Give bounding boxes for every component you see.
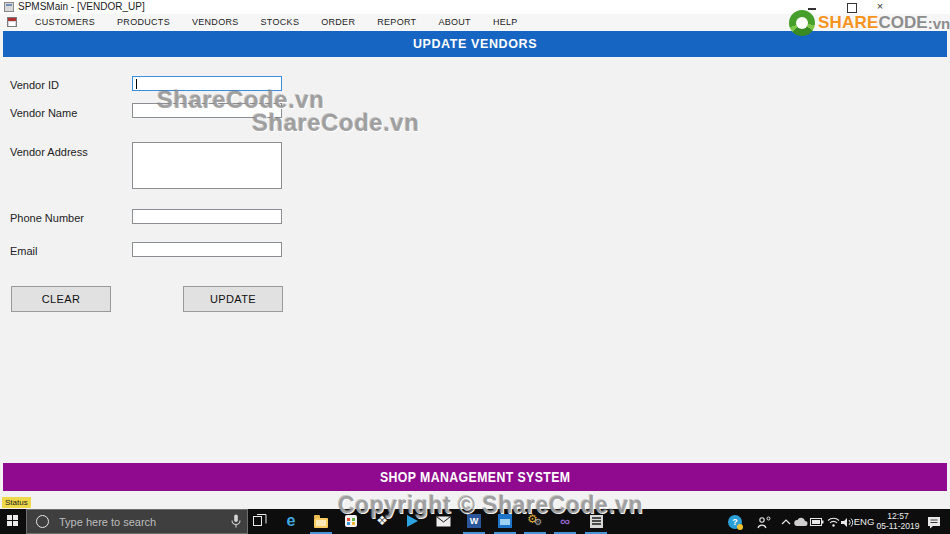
text-caret xyxy=(136,79,137,89)
vendor-address-input[interactable] xyxy=(132,142,282,189)
gears-app-icon[interactable]: ⚙⚙ xyxy=(527,513,543,529)
task-view-icon[interactable] xyxy=(252,513,268,529)
logo-vn-text: :vn xyxy=(928,15,950,32)
menu-vendors[interactable]: VENDORS xyxy=(181,14,250,31)
dropbox-icon[interactable]: ❖ xyxy=(374,513,390,529)
search-placeholder: Type here to search xyxy=(59,510,156,534)
onedrive-cloud-icon[interactable] xyxy=(792,514,808,530)
menu-stocks[interactable]: STOCKS xyxy=(250,14,311,31)
form-client-area: UPDATE VENDORS Vendor ID Vendor Name Ven… xyxy=(0,31,950,509)
vendor-id-label: Vendor ID xyxy=(10,79,59,91)
phone-number-input[interactable] xyxy=(132,209,282,224)
taskbar: Type here to search e ❖ W ⚙⚙ ∞ ? ENG xyxy=(0,509,950,534)
action-center-icon[interactable] xyxy=(926,514,942,530)
language-indicator[interactable]: ENG xyxy=(851,509,877,534)
menu-about[interactable]: ABOUT xyxy=(427,14,482,31)
email-label: Email xyxy=(10,245,38,257)
mail-icon[interactable] xyxy=(435,513,451,529)
email-input[interactable] xyxy=(132,242,282,257)
file-explorer-icon[interactable] xyxy=(313,513,329,529)
vendor-id-input[interactable] xyxy=(132,76,282,91)
menu-help[interactable]: HELP xyxy=(482,14,529,31)
start-button[interactable] xyxy=(0,509,26,534)
battery-icon[interactable] xyxy=(809,514,825,530)
sharecode-logo: SHARECODE:vn× xyxy=(789,10,950,36)
footer-banner-text: SHOP MANAGEMENT SYSTEM xyxy=(380,463,571,491)
windows-logo-icon xyxy=(7,515,19,527)
menu-report[interactable]: REPORT xyxy=(366,14,427,31)
status-badge: Status xyxy=(2,497,31,508)
clock-time: 12:57 xyxy=(876,511,920,521)
clear-button[interactable]: CLEAR xyxy=(11,286,111,312)
taskbar-search[interactable]: Type here to search xyxy=(26,509,248,534)
menu-customers[interactable]: CUSTOMERS xyxy=(24,14,106,31)
sharecode-ring-icon xyxy=(789,10,815,36)
logo-code-text: CODE xyxy=(879,13,928,33)
help-badge-icon[interactable]: ? xyxy=(727,514,743,530)
vendor-name-input[interactable] xyxy=(132,103,282,118)
logo-share-text: SHARE xyxy=(818,13,879,33)
app-blue-icon[interactable] xyxy=(497,513,513,529)
menu-order[interactable]: ORDER xyxy=(310,14,366,31)
taskbar-clock[interactable]: 12:57 05-11-2019 xyxy=(876,511,920,531)
window-title: SPMSMain - [VENDOR_UP] xyxy=(18,1,145,12)
word-icon[interactable]: W xyxy=(466,513,482,529)
paper-plane-icon[interactable] xyxy=(404,513,420,529)
clock-date: 05-11-2019 xyxy=(876,521,920,531)
edge-icon[interactable]: e xyxy=(283,513,299,529)
gray-app-icon[interactable] xyxy=(588,513,604,529)
people-icon[interactable] xyxy=(756,514,772,530)
update-button[interactable]: UPDATE xyxy=(183,286,283,312)
cortana-icon xyxy=(36,515,49,528)
microphone-icon[interactable] xyxy=(231,514,241,529)
visual-studio-icon[interactable]: ∞ xyxy=(557,513,573,529)
vendor-address-label: Vendor Address xyxy=(10,146,88,158)
footer-banner: SHOP MANAGEMENT SYSTEM xyxy=(3,463,947,491)
mdi-child-icon[interactable] xyxy=(7,17,17,27)
microsoft-store-icon[interactable] xyxy=(343,513,359,529)
phone-number-label: Phone Number xyxy=(10,212,84,224)
menu-products[interactable]: PRODUCTS xyxy=(106,14,181,31)
app-icon xyxy=(4,2,14,12)
vendor-name-label: Vendor Name xyxy=(10,107,77,119)
